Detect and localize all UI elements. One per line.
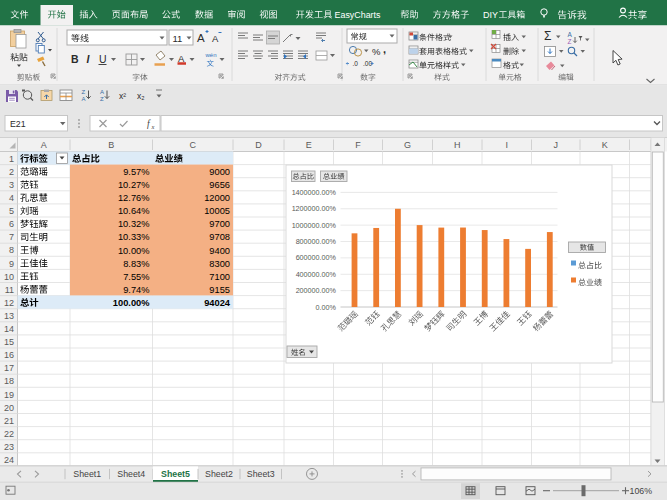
- svg-text:9400: 9400: [209, 246, 230, 256]
- svg-text:Sheet5: Sheet5: [161, 469, 190, 479]
- svg-text:wén: wén: [205, 52, 217, 58]
- svg-text:B: B: [71, 53, 79, 65]
- svg-text:H: H: [454, 140, 461, 150]
- svg-text:9155: 9155: [209, 285, 230, 295]
- svg-text:7: 7: [9, 232, 14, 242]
- svg-text:200000.00%: 200000.00%: [296, 286, 337, 295]
- svg-text:Σ: Σ: [544, 29, 551, 43]
- svg-text:9: 9: [9, 259, 14, 269]
- svg-text:Sheet2: Sheet2: [205, 469, 233, 479]
- svg-text:D: D: [255, 140, 262, 150]
- svg-text:EasyCharts: EasyCharts: [335, 10, 381, 20]
- svg-text:9.57%: 9.57%: [123, 167, 149, 177]
- svg-text:5: 5: [9, 206, 14, 216]
- svg-text:14: 14: [4, 324, 14, 334]
- svg-text:16: 16: [4, 350, 14, 360]
- svg-text:21: 21: [4, 416, 14, 426]
- svg-text:A: A: [82, 96, 86, 102]
- svg-text:E21: E21: [10, 119, 26, 129]
- svg-text:100.00%: 100.00%: [113, 298, 150, 308]
- svg-text:4: 4: [9, 193, 14, 203]
- svg-text:9656: 9656: [209, 180, 230, 190]
- svg-text:12: 12: [4, 298, 14, 308]
- svg-text:11: 11: [173, 33, 183, 44]
- svg-text:%: %: [372, 46, 381, 57]
- svg-text:7100: 7100: [209, 272, 230, 282]
- svg-text:K: K: [602, 140, 608, 150]
- svg-text:Sheet3: Sheet3: [247, 469, 275, 479]
- svg-text:22: 22: [4, 429, 14, 439]
- svg-text:Sheet4: Sheet4: [117, 469, 145, 479]
- svg-text:E: E: [306, 140, 312, 150]
- svg-text:A: A: [100, 89, 104, 95]
- svg-text:0.00%: 0.00%: [316, 303, 337, 312]
- svg-text:x²: x²: [119, 91, 126, 101]
- svg-text:94024: 94024: [204, 298, 231, 308]
- svg-text:10.64%: 10.64%: [118, 206, 150, 216]
- svg-text:20: 20: [4, 403, 14, 413]
- svg-text:13: 13: [4, 311, 14, 321]
- svg-text:8.83%: 8.83%: [123, 259, 149, 269]
- svg-text:12000: 12000: [204, 193, 230, 203]
- svg-text:10.27%: 10.27%: [118, 180, 150, 190]
- svg-text:800000.00%: 800000.00%: [296, 237, 337, 246]
- svg-text:1400000.00%: 1400000.00%: [292, 188, 337, 197]
- svg-text:G: G: [404, 140, 411, 150]
- svg-text:106%: 106%: [630, 486, 653, 496]
- svg-text:9.74%: 9.74%: [123, 285, 149, 295]
- svg-text:C: C: [190, 140, 197, 150]
- svg-text:10.33%: 10.33%: [118, 232, 150, 242]
- svg-text:9000: 9000: [209, 167, 230, 177]
- svg-text:8: 8: [9, 245, 14, 255]
- svg-text:24: 24: [4, 455, 14, 465]
- svg-text:10.32%: 10.32%: [118, 219, 150, 229]
- svg-text:600000.00%: 600000.00%: [296, 253, 337, 262]
- svg-text:A: A: [197, 32, 205, 44]
- svg-text:x₂: x₂: [137, 91, 145, 101]
- svg-text:U: U: [99, 53, 107, 65]
- svg-text:9700: 9700: [209, 219, 230, 229]
- svg-text:J: J: [554, 140, 559, 150]
- svg-text:Z: Z: [82, 89, 86, 95]
- svg-text:17: 17: [4, 363, 14, 373]
- svg-text:I: I: [505, 140, 508, 150]
- svg-text:8300: 8300: [209, 259, 230, 269]
- svg-text:F: F: [355, 140, 361, 150]
- svg-text:1: 1: [9, 154, 14, 164]
- svg-text:3: 3: [9, 180, 14, 190]
- svg-text:18: 18: [4, 376, 14, 386]
- svg-text:19: 19: [4, 390, 14, 400]
- svg-text:11: 11: [5, 285, 14, 295]
- svg-text:400000.00%: 400000.00%: [296, 270, 337, 279]
- svg-text:B: B: [108, 140, 114, 150]
- svg-text:10005: 10005: [204, 206, 230, 216]
- svg-text:,: ,: [383, 43, 386, 55]
- svg-text:A: A: [41, 140, 47, 150]
- svg-text:A: A: [212, 33, 219, 44]
- svg-text:Sheet1: Sheet1: [73, 469, 101, 479]
- svg-text:6: 6: [9, 219, 14, 229]
- svg-text:A: A: [568, 31, 573, 38]
- svg-text:10.00%: 10.00%: [118, 246, 150, 256]
- svg-text:.0: .0: [353, 60, 359, 67]
- svg-text:10: 10: [4, 272, 14, 282]
- svg-text:Z: Z: [100, 96, 104, 102]
- svg-text:1000000.00%: 1000000.00%: [292, 221, 337, 230]
- svg-text:9708: 9708: [209, 232, 230, 242]
- svg-text:2: 2: [9, 167, 14, 177]
- svg-text:DIY: DIY: [483, 10, 498, 20]
- svg-text:x: x: [151, 123, 155, 130]
- svg-text:12.76%: 12.76%: [118, 193, 150, 203]
- svg-text:Z: Z: [568, 38, 572, 45]
- svg-text:7.55%: 7.55%: [123, 272, 149, 282]
- svg-text:15: 15: [4, 337, 14, 347]
- svg-text:A: A: [178, 53, 185, 64]
- svg-text:1200000.00%: 1200000.00%: [292, 204, 337, 213]
- svg-text:23: 23: [4, 442, 14, 452]
